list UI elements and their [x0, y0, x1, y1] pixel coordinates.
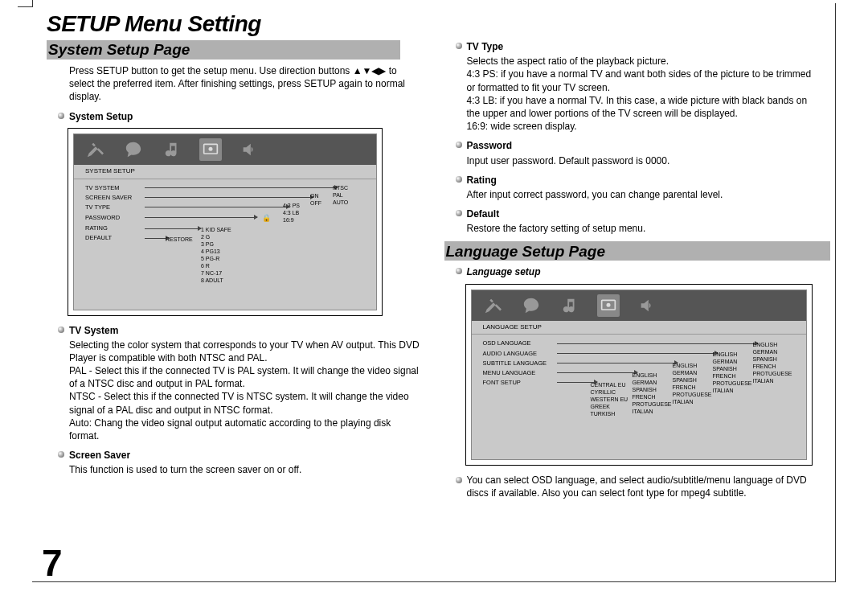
intro-paragraph: Press SETUP button to get the setup menu… [47, 64, 424, 104]
bullet-dot-icon [456, 176, 462, 183]
tvtype-opts: 4:3 PS 4:3 LB 16:9 [283, 202, 300, 224]
page-frame: SETUP Menu Setting System Setup Page Pre… [32, 3, 836, 582]
bullet-tv-system: TV System [47, 324, 424, 337]
lang-footer-text: You can select OSD language, and select … [467, 474, 821, 499]
default-text: Restore the factory setting of setup men… [444, 222, 821, 235]
left-column: System Setup Page Press SETUP button to … [47, 40, 424, 499]
osd-opts: ENGLISH GERMAN SPANISH FRENCH PROTUGUESE… [753, 341, 792, 384]
rating-opts: 1 KID SAFE 2 G 3 PG 4 PG13 5 PG-R 6 R 7 … [201, 226, 231, 284]
onoff-opts: ON OFF [310, 192, 321, 207]
bullet-dot-icon [456, 477, 462, 483]
bullet-password: Password [444, 139, 821, 152]
speaker-icon [238, 138, 260, 161]
section-bar-language: Language Setup Page [444, 241, 830, 261]
bullet-system-setup: System Setup [47, 110, 424, 123]
monitor-icon [597, 294, 620, 317]
tv-type-text: Selects the aspect ratio of the playback… [444, 55, 821, 133]
tv-system-text: Selecting the color system that correspo… [47, 339, 424, 443]
bullet-dot-icon [456, 43, 462, 49]
bullet-default: Default [444, 207, 821, 220]
bullet-language-setup: Language setup [444, 265, 821, 278]
page-number: 7 [42, 541, 63, 585]
bullet-dot-icon [456, 268, 462, 274]
section-bar-system-label: System Setup Page [47, 39, 190, 60]
bullet-system-setup-label: System Setup [69, 110, 133, 123]
speech-icon [520, 294, 542, 317]
bullet-dot-icon [456, 142, 462, 148]
osd-heading: SYSTEM SETUP [74, 165, 376, 179]
tools-icon [84, 138, 106, 161]
speaker-icon [636, 294, 658, 317]
music-icon [161, 138, 183, 161]
crop-mark [18, 6, 32, 23]
sub-opts: ENGLISH GERMAN SPANISH FRENCH PROTUGUESE… [673, 362, 712, 405]
bullet-dot-icon [58, 113, 64, 119]
menu-opts: ENGLISH GERMAN SPANISH FRENCH PROTUGUESE… [633, 372, 672, 415]
osd-icon-row [74, 134, 376, 165]
svg-point-1 [209, 146, 213, 150]
tvsys-opts: NTSC PAL AUTO [333, 184, 348, 206]
osd-system-box: SYSTEM SETUP TV SYSTEM SCREEN SAVER TV T… [68, 128, 383, 316]
lang-footer: You can select OSD language, and select … [444, 474, 821, 499]
speech-icon [122, 138, 145, 161]
bullet-dot-icon [58, 327, 64, 333]
restore-opt: RESTORE [166, 236, 193, 243]
audio-opts: ENGLISH GERMAN SPANISH FRENCH PROTUGUESE… [713, 351, 752, 394]
bullet-dot-icon [456, 210, 462, 216]
rating-text: After input correct password, you can ch… [444, 188, 821, 201]
font-opts: CENTRAL EU CYRILLIC WESTERN EU GREEK TUR… [591, 381, 628, 417]
osd-language-box: LANGUAGE SETUP OSD LANGUAGE AUDIO LANGUA… [465, 284, 813, 466]
music-icon [559, 294, 581, 317]
osd-icon-row [472, 290, 806, 321]
bullet-tv-type: TV Type [444, 40, 821, 53]
svg-point-3 [606, 302, 610, 306]
bullet-dot-icon [58, 451, 64, 458]
right-column: TV Type Selects the aspect ratio of the … [444, 40, 821, 499]
screen-saver-text: This function is used to turn the screen… [47, 463, 424, 476]
monitor-icon [199, 138, 222, 161]
section-bar-system: System Setup Page [47, 40, 400, 60]
tools-icon [481, 294, 504, 317]
password-text: Input user password. Default password is… [444, 154, 821, 167]
page-title: SETUP Menu Setting [47, 11, 821, 37]
bullet-rating: Rating [444, 174, 821, 187]
bullet-screen-saver: Screen Saver [47, 449, 424, 462]
osd-lang-heading: LANGUAGE SETUP [472, 321, 806, 335]
